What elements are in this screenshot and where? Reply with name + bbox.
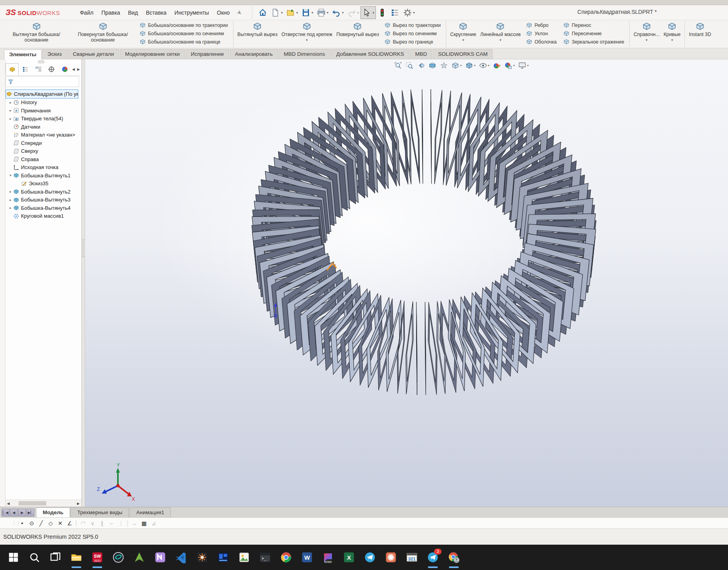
revolved-cut-button[interactable]: Повернутый вырез <box>334 20 381 48</box>
snap-parallel-icon[interactable]: ∥ <box>97 520 107 526</box>
snap-length-icon[interactable]: ↔ <box>130 520 139 526</box>
home-button[interactable] <box>256 6 269 19</box>
section-view-button[interactable] <box>427 61 438 70</box>
print-button[interactable]: ▾ <box>315 6 330 19</box>
apply-scene-dropdown[interactable]: ▾ <box>513 64 515 67</box>
snap-angle-icon[interactable]: ∠ <box>65 520 74 526</box>
tree-item-material[interactable]: Материал <не указан> <box>6 131 82 139</box>
options-gear-button[interactable]: ▾ <box>401 6 417 19</box>
undo-button[interactable]: ▾ <box>330 6 345 19</box>
tree-root-item[interactable]: СпиральКвадратная (По умо <box>6 89 78 99</box>
taskbar-terminal[interactable]: >_ <box>257 549 273 565</box>
tree-item-solid-bodies[interactable]: ▸Твердые тела(54) <box>6 115 82 123</box>
tab-sketch[interactable]: Эскиз <box>42 49 67 59</box>
tab-mbd[interactable]: MBD <box>410 49 432 59</box>
linear-pattern-dropdown[interactable]: ▾ <box>500 38 502 42</box>
taskbar-nx-app[interactable] <box>152 549 168 565</box>
tab-mesh-modeling[interactable]: Моделирование сетки <box>120 49 185 59</box>
tree-item-sketch35[interactable]: Эскиз35 <box>6 180 82 188</box>
edit-appearance-button[interactable] <box>491 61 502 70</box>
new-doc-button[interactable]: ▾ <box>269 6 284 19</box>
tree-item-right-plane[interactable]: Справа <box>6 155 82 163</box>
expand-arrow-icon[interactable]: ▸ <box>8 206 13 210</box>
options-gear-dropdown[interactable]: ▾ <box>413 11 415 15</box>
scroll-track[interactable] <box>11 501 75 506</box>
taskbar-blue-grid-app[interactable] <box>215 549 231 565</box>
lofted-boss-button[interactable]: Бобышка/основание по сечениям <box>138 29 229 38</box>
tree-item-front-plane[interactable]: Спереди <box>6 139 82 147</box>
graphics-viewport[interactable]: ▾▾▾▾▾ Y Z X <box>85 59 728 507</box>
tree-filter[interactable] <box>6 76 79 87</box>
snap-point-icon[interactable]: • <box>17 520 27 526</box>
reference-geometry-button[interactable]: Справочн...▾ <box>631 20 662 48</box>
snap-center-icon[interactable]: ⊙ <box>27 520 36 526</box>
previous-view-button[interactable] <box>415 61 426 70</box>
taskbar-excel[interactable]: X <box>341 549 357 565</box>
intersect-button[interactable]: Пересечение <box>561 29 626 38</box>
display-style-button[interactable]: ▾ <box>464 61 477 70</box>
panel-horizontal-scrollbar[interactable]: ◀ ▶ <box>5 500 82 507</box>
snap-intersection-icon[interactable]: ✕ <box>55 520 65 526</box>
menu-edit[interactable]: Правка <box>97 7 124 18</box>
snap-dotted-icon[interactable]: ⋮ <box>116 520 126 526</box>
menu-insert[interactable]: Вставка <box>142 7 171 18</box>
taskbar-start[interactable] <box>6 549 21 565</box>
pin-menu-icon[interactable]: ➤ <box>235 8 243 17</box>
next-tab-button[interactable]: ▶ <box>18 509 26 517</box>
linear-pattern-button[interactable]: Линейный массив▾ <box>478 20 523 48</box>
hide-show-items-dropdown[interactable]: ▾ <box>488 64 489 67</box>
menu-tools[interactable]: Инструменты <box>171 7 213 18</box>
boundary-boss-button[interactable]: Бобышка/основание на границе <box>138 38 229 46</box>
swept-boss-button[interactable]: Бобышка/основание по траектории <box>138 21 229 29</box>
taskbar-word[interactable]: W <box>299 549 315 565</box>
tree-item-boss-extrude1[interactable]: ▾Бобышка-Вытянуть1 <box>6 171 82 180</box>
curves-button[interactable]: Кривые▾ <box>662 20 682 48</box>
taskbar-telegram[interactable] <box>362 549 378 565</box>
expand-arrow-icon[interactable]: ▸ <box>8 101 13 104</box>
performance-button[interactable] <box>376 6 389 19</box>
taskbar-orange-asterisk-app[interactable] <box>383 549 399 565</box>
tab-solidworks-addins[interactable]: Добавления SOLIDWORKS <box>331 49 410 59</box>
apply-scene-button[interactable]: ▾ <box>503 61 516 70</box>
panel-tabs-left-arrow[interactable]: ◀ <box>72 67 75 71</box>
tree-item-circular-pattern1[interactable]: Круговой массив1 <box>6 212 82 220</box>
undo-dropdown[interactable]: ▾ <box>342 11 344 15</box>
tab-evaluate[interactable]: Анализировать <box>230 49 278 59</box>
open-dropdown[interactable]: ▾ <box>296 11 298 15</box>
menu-file[interactable]: Файл <box>76 7 97 18</box>
select-cursor-dropdown[interactable]: ▾ <box>372 11 374 15</box>
model-canvas[interactable] <box>85 59 728 507</box>
tab-weldments[interactable]: Сварные детали <box>68 49 119 59</box>
featuremanager-tab[interactable] <box>6 63 19 75</box>
extruded-boss-button[interactable]: Вытянутая бобышка/основание <box>3 20 70 48</box>
taskbar-media-player-321[interactable]: 321 <box>404 549 420 565</box>
tree-item-sensors[interactable]: Датчики <box>6 123 82 131</box>
menu-window[interactable]: Окно <box>213 7 234 18</box>
taskbar-compass-app[interactable] <box>194 549 210 565</box>
propertymanager-tab[interactable] <box>19 63 32 75</box>
lofted-cut-button[interactable]: Вырез по сечениям <box>383 29 442 38</box>
tree-item-boss-extrude4[interactable]: ▸Бобышка-Вытянуть4 <box>6 204 82 212</box>
shell-button[interactable]: Оболочка <box>524 38 558 46</box>
tree-item-boss-extrude3[interactable]: ▸Бобышка-Вытянуть3 <box>6 196 82 204</box>
panel-tabs-right-arrow[interactable]: ▶ <box>77 67 80 71</box>
annotation-views-button[interactable] <box>438 61 449 70</box>
extruded-cut-button[interactable]: Вытянутый вырез <box>235 20 279 48</box>
last-tab-button[interactable]: ▶▏ <box>27 509 34 517</box>
tab-animation1[interactable]: Анимация1 <box>129 507 171 517</box>
tab-3d-views[interactable]: Трехмерные виды <box>70 507 129 517</box>
taskbar-vscode[interactable] <box>173 549 189 565</box>
wrap-button[interactable]: Перенос <box>561 21 626 29</box>
save-button[interactable]: ▾ <box>300 6 315 19</box>
taskbar-chrome-profile[interactable] <box>446 549 462 565</box>
zoom-to-fit-button[interactable] <box>392 61 403 70</box>
view-orientation-button[interactable]: ▾ <box>450 61 463 70</box>
hole-wizard-dropdown[interactable]: ▾ <box>306 38 308 42</box>
scroll-thumb[interactable] <box>19 501 46 505</box>
display-style-dropdown[interactable]: ▾ <box>474 64 476 67</box>
hole-wizard-button[interactable]: Отверстие под крепеж▾ <box>279 20 334 48</box>
view-orientation-dropdown[interactable]: ▾ <box>460 64 462 67</box>
tab-repair[interactable]: Исправление <box>186 49 229 59</box>
taskbar-search[interactable] <box>27 549 42 565</box>
expand-arrow-icon[interactable]: ▸ <box>8 198 13 202</box>
